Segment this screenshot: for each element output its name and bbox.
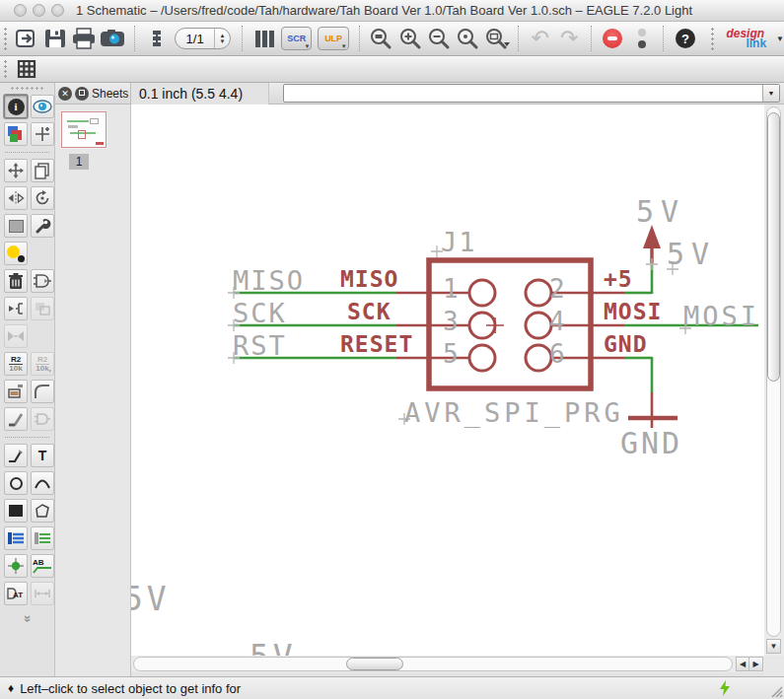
resize-grip[interactable]	[769, 684, 783, 698]
schematic-canvas[interactable]: J1 MISO SCK RST 1 3 5 2 4 6 AVR_SPI_PRG …	[131, 105, 764, 656]
gnd-label[interactable]: GND	[620, 426, 682, 460]
bus-icon	[7, 530, 25, 546]
print-button[interactable]	[69, 25, 98, 52]
net-tool-button[interactable]	[31, 526, 54, 550]
wire-tool-button[interactable]	[4, 444, 28, 467]
smash-tool-button[interactable]	[4, 380, 28, 403]
sheets-tab[interactable]: ✕ Sheets	[55, 83, 131, 105]
scroll-down-button[interactable]: ▼	[766, 639, 781, 654]
pinswap-tool-button[interactable]	[4, 297, 28, 320]
mark-tool-button[interactable]	[31, 122, 54, 146]
name-tool-button[interactable]: R2 10k	[4, 352, 28, 376]
split-tool-button[interactable]	[4, 407, 28, 431]
supply-label-5v-2[interactable]: 5V	[667, 237, 716, 271]
help-button[interactable]: ?	[671, 25, 699, 52]
label-tool-button[interactable]: AB	[31, 554, 54, 578]
supply-label-5v-bottomleft[interactable]: 5V	[131, 580, 171, 618]
horizontal-scrollbar[interactable]: ◀ ▶	[131, 656, 764, 672]
toolbar-separator	[663, 26, 664, 51]
net-label-sck[interactable]: SCK	[233, 298, 287, 328]
junction-tool-button[interactable]	[4, 554, 28, 578]
rotate-tool-button[interactable]	[31, 186, 54, 210]
v-scroll-track[interactable]	[766, 106, 781, 637]
move-tool-button[interactable]	[4, 159, 28, 182]
design-link-menu[interactable]: design link ▼	[724, 26, 784, 51]
display-layers-tool-button[interactable]	[4, 122, 28, 146]
circle-tool-button[interactable]	[4, 471, 28, 495]
h-scroll-track[interactable]	[133, 657, 733, 671]
stop-button[interactable]	[599, 25, 627, 52]
command-combobox[interactable]: ▼	[283, 84, 780, 103]
redo-button[interactable]: ↷	[554, 25, 583, 52]
part-value-label[interactable]: AVR_SPI_PRG	[404, 397, 624, 429]
activity-lightning-icon	[718, 679, 732, 697]
save-button[interactable]	[40, 25, 69, 52]
sheet-thumbnail[interactable]	[61, 111, 107, 148]
cam-processor-button[interactable]	[99, 25, 127, 52]
delete-tool-button[interactable]	[4, 269, 28, 293]
net-label-rst[interactable]: RST	[233, 330, 287, 361]
sheet-number-label[interactable]: 1	[69, 154, 89, 170]
toolbar-drag-handle[interactable]	[3, 59, 9, 79]
supply-label-5v-top[interactable]: 5V	[636, 194, 685, 229]
bus-tool-button[interactable]	[4, 526, 28, 550]
v-scroll-thumb[interactable]	[767, 112, 780, 382]
close-window-button[interactable]	[14, 4, 27, 17]
grid-button[interactable]	[12, 55, 41, 83]
supply-label-5v-bottomcenter[interactable]: 5V	[249, 638, 297, 656]
show-tool-button[interactable]	[31, 95, 54, 118]
close-panel-icon[interactable]: ✕	[58, 87, 72, 101]
group-tool-button[interactable]	[4, 214, 28, 238]
toolbar-drag-handle[interactable]	[3, 27, 9, 50]
open-recent-button[interactable]	[12, 25, 40, 52]
zoom-redraw-button[interactable]	[482, 25, 511, 52]
chevron-down-icon[interactable]: ▼	[762, 85, 779, 102]
change-tool-button[interactable]	[31, 214, 54, 238]
zoom-redraw-icon	[484, 27, 510, 50]
cut-tool-button[interactable]	[4, 242, 28, 265]
scroll-left-button[interactable]: ◀	[736, 657, 749, 671]
sheet-page-spinner[interactable]: 1/1 ▲▼	[175, 28, 231, 49]
sheet-list-button[interactable]	[142, 25, 171, 52]
camera-icon	[100, 28, 125, 49]
replace-tool-button[interactable]	[31, 297, 54, 320]
zoom-fit-button[interactable]	[367, 25, 395, 52]
h-scroll-thumb[interactable]	[346, 658, 403, 670]
minimize-window-button[interactable]	[33, 4, 45, 17]
arc-tool-button[interactable]	[31, 471, 54, 495]
net-label-mosi-right[interactable]: MOSI	[683, 301, 759, 331]
zoom-in-button[interactable]	[395, 25, 424, 52]
coordinate-display: 0.1 inch (5.5 4.4)	[131, 83, 269, 105]
add-part-tool-button[interactable]	[31, 269, 54, 293]
polygon-tool-button[interactable]	[31, 499, 54, 523]
zoom-out-button[interactable]	[424, 25, 453, 52]
use-library-button[interactable]	[249, 25, 278, 52]
text-tool-button[interactable]: T	[31, 444, 54, 467]
part-name-label[interactable]: J1	[441, 227, 477, 257]
detach-panel-icon[interactable]	[75, 87, 89, 101]
sheet-page-stepper[interactable]: ▲▼	[214, 29, 230, 48]
run-script-button[interactable]: SCR ▼	[281, 27, 312, 50]
command-input[interactable]	[284, 85, 762, 102]
copy-tool-button[interactable]	[31, 159, 54, 182]
go-button[interactable]	[627, 25, 656, 52]
gateswap-tool-button[interactable]	[4, 324, 28, 348]
palette-drag-handle[interactable]	[10, 86, 44, 91]
rect-tool-button[interactable]	[4, 499, 28, 523]
mirror-tool-button[interactable]	[4, 186, 28, 210]
miter-tool-button[interactable]	[31, 380, 54, 403]
info-tool-button[interactable]: i	[4, 95, 28, 118]
toolbar-drag-handle[interactable]	[710, 27, 716, 50]
pin-number-6: 6	[549, 339, 565, 369]
value-tool-button[interactable]: R2 10k ▼	[31, 352, 54, 376]
scroll-right-button[interactable]: ▶	[749, 657, 763, 671]
zoom-window-button[interactable]	[51, 4, 64, 17]
more-tools-chevron[interactable]: »	[21, 592, 36, 647]
net-label-miso[interactable]: MISO	[233, 265, 305, 296]
invoke-tool-button[interactable]	[31, 407, 54, 431]
zoom-select-button[interactable]	[454, 25, 482, 52]
vertical-scrollbar[interactable]: ▼	[764, 105, 784, 656]
undo-button[interactable]: ↶	[526, 25, 554, 52]
run-ulp-button[interactable]: ULP ▼	[318, 27, 348, 50]
sheets-tab-label: Sheets	[92, 87, 128, 101]
